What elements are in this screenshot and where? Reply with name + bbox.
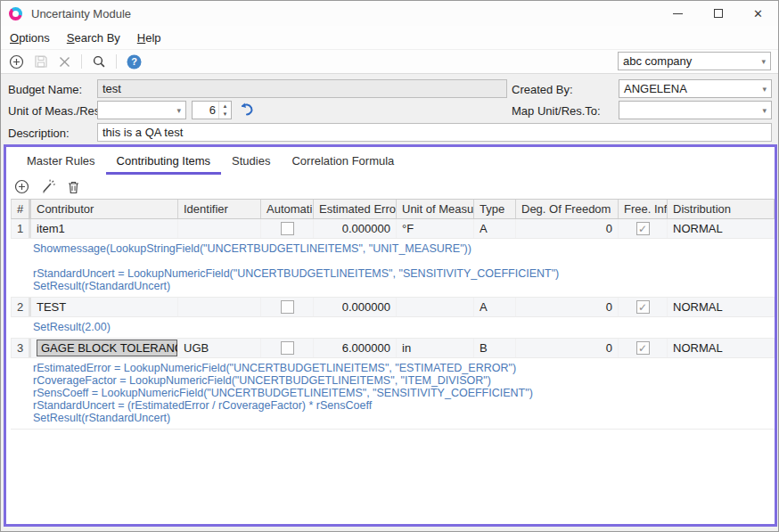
cell-estimated_error[interactable]: 0.000000 — [314, 219, 397, 238]
cell-free_inf[interactable] — [619, 298, 668, 316]
minimize-button[interactable] — [658, 1, 698, 26]
chevron-down-icon: ▾ — [176, 106, 181, 115]
tab-studies[interactable]: Studies — [221, 147, 281, 175]
window-title: Uncertainty Module — [31, 7, 131, 20]
automatic-checkbox[interactable] — [281, 222, 294, 235]
svg-text:?: ? — [131, 56, 137, 67]
cell-automatic[interactable] — [261, 339, 314, 357]
description-field[interactable]: this is a QA test — [97, 123, 772, 142]
chevron-down-icon: ▾ — [762, 85, 767, 94]
cell-num[interactable]: 2 — [12, 298, 31, 316]
app-window: Uncertainty Module ✕ OptionsSearch ByHel… — [0, 0, 779, 532]
cell-identifier[interactable] — [178, 219, 261, 238]
cell-type[interactable]: B — [474, 339, 516, 357]
cell-contributor[interactable]: item1 — [31, 219, 178, 238]
delete-item-button[interactable] — [67, 180, 80, 194]
formula-line: rStandardUncert = LookupNumericField("UN… — [33, 267, 769, 280]
cell-distribution[interactable]: NORMAL — [668, 219, 775, 238]
column-header-distribution[interactable]: Distribution — [668, 200, 775, 218]
menu-item-options[interactable]: Options — [10, 31, 50, 45]
question-circle-icon: ? — [127, 54, 142, 70]
add-button[interactable] — [9, 54, 24, 70]
column-header-num[interactable]: # — [12, 200, 31, 218]
column-header-dof[interactable]: Deg. Of Freedom — [516, 200, 619, 218]
cell-automatic[interactable] — [261, 298, 314, 316]
spinner-up-button[interactable]: ▲ — [219, 102, 231, 110]
automatic-checkbox[interactable] — [281, 341, 294, 355]
cell-type[interactable]: A — [474, 298, 516, 316]
cell-free_inf[interactable] — [619, 339, 668, 357]
unit-of-measure-label: Unit of Meas./Res.: — [8, 104, 107, 118]
formula-line: rEstimatedError = LookupNumericField("UN… — [33, 362, 769, 374]
free_inf-checkbox[interactable] — [636, 300, 650, 314]
formula-block: Showmessage(LookupStringField("UNCERTBUD… — [11, 239, 775, 298]
budget-name-field[interactable]: test — [97, 79, 507, 98]
map-unit-selector[interactable]: ▾ — [619, 101, 772, 119]
cell-distribution[interactable]: NORMAL — [668, 339, 775, 357]
toolbar-separator — [116, 54, 117, 69]
created-by-selector[interactable]: ANGELENA ▾ — [619, 79, 772, 98]
cell-estimated_error[interactable]: 6.000000 — [314, 339, 397, 357]
company-selector-value: abc company — [623, 54, 692, 68]
cell-dof[interactable]: 0 — [516, 339, 619, 357]
delete-button[interactable] — [58, 55, 71, 69]
cell-free_inf[interactable] — [619, 219, 668, 238]
tab-contributing-items[interactable]: Contributing Items — [106, 147, 222, 175]
column-header-estimated_error[interactable]: Estimated Erro — [314, 200, 397, 218]
cell-identifier[interactable]: UGB — [178, 339, 261, 357]
save-button[interactable] — [34, 54, 48, 69]
undo-button[interactable] — [238, 102, 255, 118]
maximize-button[interactable] — [698, 1, 738, 26]
cell-distribution[interactable]: NORMAL — [668, 298, 775, 316]
help-button[interactable]: ? — [127, 54, 142, 70]
spinner-down-button[interactable]: ▼ — [219, 110, 231, 119]
search-button[interactable] — [92, 54, 106, 69]
column-header-automatic[interactable]: Automati — [261, 200, 314, 218]
column-header-type[interactable]: Type — [474, 200, 516, 218]
cell-type[interactable]: A — [474, 219, 516, 238]
formula-line: SetResult(rStandardUncert) — [33, 280, 769, 292]
table-row[interactable]: 2TEST0.000000A0NORMAL — [11, 298, 775, 317]
grid-header: #ContributorIdentifierAutomatiEstimated … — [11, 199, 775, 219]
automatic-checkbox[interactable] — [281, 300, 294, 314]
chevron-down-icon: ▾ — [762, 106, 767, 115]
cell-unit[interactable]: °F — [397, 219, 474, 238]
cell-automatic[interactable] — [261, 219, 314, 238]
circle-plus-icon — [14, 179, 29, 194]
window-controls: ✕ — [658, 1, 778, 26]
cell-estimated_error[interactable]: 0.000000 — [314, 298, 397, 316]
cell-dof[interactable]: 0 — [516, 298, 619, 316]
edit-formula-button[interactable] — [40, 179, 56, 194]
cell-num[interactable]: 3 — [12, 339, 31, 357]
free_inf-checkbox[interactable] — [636, 222, 650, 235]
formula-line — [33, 255, 769, 267]
resolution-spinner[interactable]: 6 ▲ ▼ — [192, 101, 232, 119]
selected-cell-editor[interactable]: GAGE BLOCK TOLERANCE — [37, 340, 177, 356]
x-icon — [58, 55, 71, 69]
column-header-free_inf[interactable]: Free. Inf. — [619, 200, 668, 218]
cell-dof[interactable]: 0 — [516, 219, 619, 238]
cell-identifier[interactable] — [178, 298, 261, 316]
unit-of-measure-selector[interactable]: ▾ — [97, 101, 186, 119]
table-row[interactable]: 1item10.000000°FA0NORMAL — [11, 219, 775, 239]
column-header-unit[interactable]: Unit of Measure — [397, 200, 474, 218]
menu-item-help[interactable]: Help — [137, 31, 161, 45]
cell-contributor[interactable]: GAGE BLOCK TOLERANCE — [31, 339, 178, 357]
cell-unit[interactable] — [397, 298, 474, 316]
tab-correlation-formula[interactable]: Correlation Formula — [281, 147, 405, 175]
close-button[interactable]: ✕ — [738, 1, 778, 26]
detail-panel: Master RulesContributing ItemsStudiesCor… — [4, 144, 777, 527]
undo-arrow-icon — [238, 102, 255, 118]
formula-wizard-wand-icon — [40, 179, 56, 194]
company-selector[interactable]: abc company ▾ — [618, 52, 771, 70]
tab-master-rules[interactable]: Master Rules — [16, 147, 106, 175]
column-header-identifier[interactable]: Identifier — [178, 200, 261, 218]
cell-num[interactable]: 1 — [12, 219, 31, 238]
table-row[interactable]: 3GAGE BLOCK TOLERANCEUGB6.000000inB0NORM… — [11, 339, 775, 358]
free_inf-checkbox[interactable] — [636, 341, 650, 355]
menu-item-search-by[interactable]: Search By — [67, 31, 120, 45]
cell-contributor[interactable]: TEST — [31, 298, 178, 316]
cell-unit[interactable]: in — [397, 339, 474, 357]
column-header-contributor[interactable]: Contributor — [31, 200, 178, 218]
add-item-button[interactable] — [14, 179, 29, 194]
